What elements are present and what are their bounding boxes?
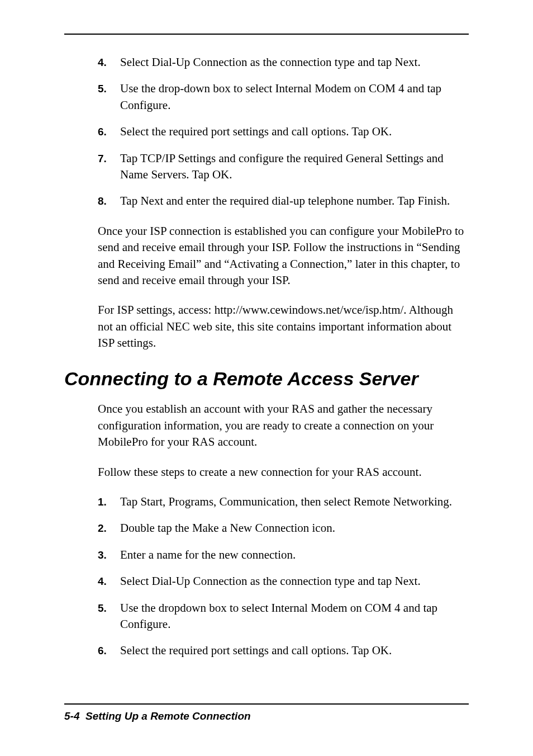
section-heading: Connecting to a Remote Access Server — [64, 368, 469, 390]
list-item-text: Enter a name for the new connection. — [120, 547, 469, 563]
body-paragraph: Once you establish an account with your … — [98, 401, 469, 450]
list-item-text: Tap Start, Programs, Communication, then… — [120, 494, 469, 510]
bottom-horizontal-rule — [64, 703, 469, 705]
list-item-text: Use the drop-down box to select Internal… — [120, 81, 469, 114]
list-item-number: 8. — [98, 193, 120, 209]
list-item: 6. Select the required port settings and… — [98, 642, 469, 659]
body-paragraph: Follow these steps to create a new conne… — [98, 464, 469, 480]
list-item-number: 4. — [98, 54, 120, 70]
list-item: 7. Tap TCP/IP Settings and configure the… — [98, 150, 469, 183]
ordered-list-2: 1. Tap Start, Programs, Communication, t… — [98, 494, 469, 659]
list-item: 4. Select Dial-Up Connection as the conn… — [98, 54, 469, 70]
body-paragraph: For ISP settings, access: http://www.cew… — [98, 302, 469, 351]
list-item: 8. Tap Next and enter the required dial-… — [98, 193, 469, 209]
list-item-number: 2. — [98, 520, 120, 536]
list-item-number: 7. — [98, 150, 120, 183]
main-content: 4. Select Dial-Up Connection as the conn… — [64, 54, 469, 659]
list-item: 1. Tap Start, Programs, Communication, t… — [98, 494, 469, 510]
list-item-number: 1. — [98, 494, 120, 510]
list-item-text: Select the required port settings and ca… — [120, 124, 469, 140]
ordered-list-1: 4. Select Dial-Up Connection as the conn… — [98, 54, 469, 210]
list-item-text: Select the required port settings and ca… — [120, 642, 469, 659]
top-horizontal-rule — [64, 34, 469, 35]
list-item-text: Select Dial-Up Connection as the connect… — [120, 573, 469, 589]
page-number: 5-4 — [64, 710, 79, 722]
list-item-number: 4. — [98, 573, 120, 589]
list-item-number: 3. — [98, 547, 120, 563]
list-item-text: Tap TCP/IP Settings and configure the re… — [120, 150, 469, 183]
footer-title: Setting Up a Remote Connection — [85, 710, 251, 722]
body-paragraph: Once your ISP connection is established … — [98, 223, 469, 289]
list-item: 6. Select the required port settings and… — [98, 124, 469, 140]
list-item-number: 5. — [98, 81, 120, 114]
list-item: 2. Double tap the Make a New Connection … — [98, 520, 469, 536]
list-item: 3. Enter a name for the new connection. — [98, 547, 469, 563]
footer-text: 5-4 Setting Up a Remote Connection — [64, 710, 469, 722]
list-item-text: Double tap the Make a New Connection ico… — [120, 520, 469, 536]
list-item: 4. Select Dial-Up Connection as the conn… — [98, 573, 469, 589]
list-item-number: 6. — [98, 124, 120, 140]
list-item-number: 5. — [98, 600, 120, 633]
list-item: 5. Use the dropdown box to select Intern… — [98, 600, 469, 633]
list-item: 5. Use the drop-down box to select Inter… — [98, 81, 469, 114]
list-item-text: Use the dropdown box to select Internal … — [120, 600, 469, 633]
list-item-text: Tap Next and enter the required dial-up … — [120, 193, 469, 209]
list-item-text: Select Dial-Up Connection as the connect… — [120, 54, 469, 70]
page-footer: 5-4 Setting Up a Remote Connection — [64, 703, 469, 722]
list-item-number: 6. — [98, 642, 120, 659]
